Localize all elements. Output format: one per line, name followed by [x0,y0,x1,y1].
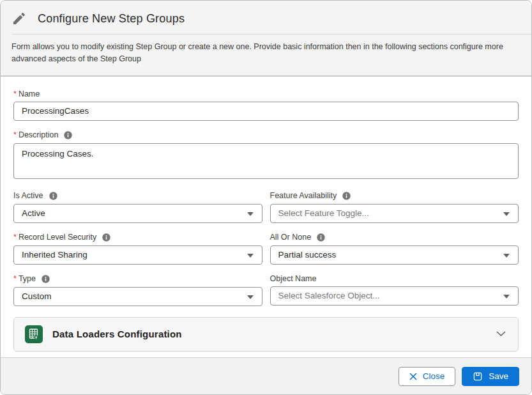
pencil-icon [11,11,27,26]
description-textarea[interactable]: Processing Cases. [13,143,519,179]
accordion-title: Data Loaders Configuration [52,329,487,339]
dialog-header: Configure New Step Groups Form allows yo… [1,1,531,77]
info-icon[interactable] [102,233,111,242]
name-input[interactable] [13,102,519,121]
feature-availability-field-group: Feature Availability Select Feature Togg… [270,191,519,223]
caret-down-icon [503,295,510,298]
is-active-field-group: Is Active Active [13,191,262,223]
caret-down-icon [247,212,254,216]
data-loaders-configuration-section[interactable]: Data Loaders Configuration [13,317,519,352]
close-button[interactable]: Close [399,367,456,386]
type-label: * Type [13,274,262,284]
info-icon[interactable] [63,130,73,140]
record-level-security-label: * Record Level Security [13,233,262,242]
close-button-label: Close [423,371,445,381]
record-level-security-field-group: * Record Level Security Inherited Sharin… [13,233,262,265]
x-icon [409,373,417,380]
is-active-select[interactable]: Active [13,204,262,223]
description-field-group: * Description Processing Cases. [13,130,519,182]
object-name-field-group: Object Name Select Salesforce Object... [270,274,519,306]
spreadsheet-table-icon [25,325,43,343]
form-body: * Name * Description Processing Cases. [1,77,531,357]
type-field-group: * Type Custom [13,274,262,306]
chevron-down-icon [496,331,506,337]
save-button[interactable]: Save [462,367,519,386]
configure-step-group-dialog: Configure New Step Groups Form allows yo… [0,0,532,395]
caret-down-icon [503,212,510,216]
name-label: * Name [13,89,519,98]
type-select[interactable]: Custom [13,287,262,306]
info-icon[interactable] [41,274,50,284]
caret-down-icon [247,254,254,258]
floppy-disk-icon [473,371,483,382]
feature-availability-label: Feature Availability [270,191,519,201]
caret-down-icon [503,254,510,258]
info-icon[interactable] [49,191,58,201]
caret-down-icon [247,295,254,299]
form-row-1: Is Active Active Feature Availability [13,191,519,223]
is-active-label: Is Active [13,191,262,201]
page-title: Configure New Step Groups [38,12,185,26]
name-field-group: * Name [13,89,519,121]
required-marker: * [13,89,17,98]
description-label: * Description [13,130,519,140]
info-icon[interactable] [316,233,326,242]
dialog-description: Form allows you to modify existing Step … [1,35,521,75]
form-row-2: * Record Level Security Inherited Sharin… [13,233,519,265]
all-or-none-field-group: All Or None Partial success [270,233,519,265]
required-marker: * [13,274,17,283]
feature-availability-select[interactable]: Select Feature Toggle... [270,204,519,223]
all-or-none-select[interactable]: Partial success [270,245,519,265]
save-button-label: Save [489,371,508,381]
object-name-select[interactable]: Select Salesforce Object... [270,286,519,306]
info-icon[interactable] [342,191,351,201]
form-row-3: * Type Custom Object Name [13,274,519,306]
record-level-security-select[interactable]: Inherited Sharing [13,245,262,265]
required-marker: * [13,130,17,139]
required-marker: * [13,233,17,242]
object-name-label: Object Name [270,274,519,283]
all-or-none-label: All Or None [270,233,519,242]
dialog-footer: Close Save [1,357,531,394]
